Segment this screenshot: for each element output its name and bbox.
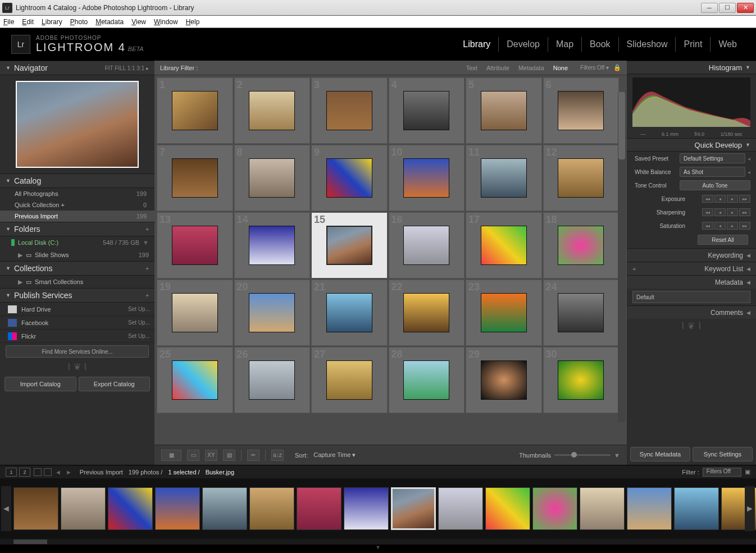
grid-cell[interactable]: 7 bbox=[157, 145, 233, 211]
grid-cell[interactable]: 22 bbox=[389, 280, 465, 346]
folder-slide-shows[interactable]: ▶ ▭ Slide Shows199 bbox=[0, 249, 154, 261]
secondary-display-2[interactable]: 2 bbox=[19, 468, 30, 477]
histogram-graph[interactable] bbox=[632, 77, 750, 127]
plus-icon[interactable]: + bbox=[145, 226, 149, 232]
filmstrip-thumb[interactable] bbox=[485, 487, 530, 530]
filmstrip-thumb[interactable] bbox=[344, 487, 389, 530]
histogram-header[interactable]: Histogram▼ bbox=[627, 61, 756, 74]
sharpening-steppers[interactable]: ◂◂◂▸▸▸ bbox=[702, 208, 750, 216]
scrollbar-handle[interactable] bbox=[618, 92, 625, 159]
grid-cell[interactable]: 18 bbox=[543, 212, 620, 278]
navigator-preview[interactable] bbox=[16, 81, 139, 168]
publish-hard-drive[interactable]: Hard DriveSet Up... bbox=[0, 303, 154, 316]
chevron-left-icon[interactable]: ◂ bbox=[748, 156, 750, 162]
filmstrip-thumb[interactable] bbox=[13, 487, 58, 530]
catalog-previous-import[interactable]: Previous Import199 bbox=[0, 211, 154, 222]
smart-collections[interactable]: ▶ ▭ Smart Collections bbox=[0, 276, 154, 288]
grid-cell[interactable]: 8 bbox=[234, 145, 311, 211]
saturation-steppers[interactable]: ◂◂◂▸▸▸ bbox=[702, 222, 750, 230]
menu-window[interactable]: Window bbox=[154, 18, 178, 26]
grid-cell[interactable]: 19 bbox=[157, 280, 233, 346]
menu-metadata[interactable]: Metadata bbox=[95, 18, 124, 26]
grid-cell[interactable]: 30 bbox=[543, 347, 620, 413]
filter-switch-icon[interactable]: ▣ bbox=[745, 468, 750, 476]
exposure-steppers[interactable]: ◂◂◂▸▸▸ bbox=[702, 195, 750, 203]
filter-attribute[interactable]: Attribute bbox=[486, 65, 509, 71]
window-close-button[interactable]: ✕ bbox=[737, 3, 754, 13]
publish-facebook[interactable]: FacebookSet Up... bbox=[0, 316, 154, 330]
lock-icon[interactable]: 🔒 bbox=[613, 64, 621, 71]
menu-view[interactable]: View bbox=[131, 18, 146, 26]
filmstrip-prev-button[interactable]: ◄ bbox=[1, 486, 11, 531]
auto-tone-button[interactable]: Auto Tone bbox=[680, 180, 750, 190]
find-more-services-button[interactable]: Find More Services Online... bbox=[6, 345, 149, 358]
keywording-header[interactable]: Keywording◀ bbox=[627, 248, 756, 262]
filmstrip-thumb[interactable] bbox=[532, 487, 577, 530]
module-slideshow[interactable]: Slideshow bbox=[619, 37, 676, 52]
survey-view-icon[interactable]: ▤ bbox=[223, 450, 235, 461]
grid-cell[interactable]: 28 bbox=[389, 347, 465, 413]
grid-cell[interactable]: 5 bbox=[466, 77, 542, 144]
chevron-down-icon[interactable]: ▼ bbox=[614, 452, 620, 459]
filter-none[interactable]: None bbox=[553, 65, 568, 71]
filmstrip-scrollbar[interactable] bbox=[0, 539, 756, 545]
white-balance-dropdown[interactable]: As Shot bbox=[680, 167, 745, 177]
folder-disk[interactable]: Local Disk (C:)548 / 735 GB ▼ bbox=[0, 236, 154, 249]
grid-cell[interactable]: 20 bbox=[234, 280, 311, 346]
catalog-all-photographs[interactable]: All Photographs199 bbox=[0, 188, 154, 199]
slider-knob[interactable] bbox=[571, 452, 577, 458]
grid-cell[interactable]: 27 bbox=[311, 347, 388, 413]
plus-icon[interactable]: + bbox=[145, 266, 149, 272]
panel-collapse-bottom[interactable]: ▼ bbox=[0, 545, 756, 550]
metadata-header[interactable]: Metadata◀ bbox=[627, 275, 756, 289]
grid-cell[interactable]: 11 bbox=[466, 145, 542, 211]
menu-help[interactable]: Help bbox=[186, 18, 200, 26]
grid-cell[interactable]: 14 bbox=[234, 212, 311, 278]
plus-icon[interactable]: + bbox=[145, 293, 149, 299]
filmstrip-thumb[interactable] bbox=[249, 487, 294, 530]
filmstrip-next-button[interactable]: ► bbox=[745, 486, 755, 531]
loupe-view-icon[interactable]: ▭ bbox=[187, 450, 199, 461]
catalog-header[interactable]: ▼ Catalog bbox=[0, 173, 154, 188]
navigator-header[interactable]: ▼ Navigator FIT FILL 1:1 3:1 ▸ bbox=[0, 61, 154, 75]
grid-cell[interactable]: 10 bbox=[389, 145, 465, 211]
grid-cell[interactable]: 3 bbox=[311, 77, 388, 144]
plus-icon[interactable]: + bbox=[632, 266, 636, 272]
grid-cell[interactable]: 29 bbox=[466, 347, 542, 413]
grid-view-icon[interactable]: ▦ bbox=[161, 450, 181, 461]
catalog-quick-collection[interactable]: Quick Collection +0 bbox=[0, 199, 154, 211]
grid-cell[interactable]: 6 bbox=[543, 77, 620, 144]
grid-cell[interactable]: 2 bbox=[234, 77, 311, 144]
grid-cell[interactable]: 23 bbox=[466, 280, 542, 346]
grid-cell[interactable]: 16 bbox=[389, 212, 465, 278]
grid-small-icon-2[interactable] bbox=[44, 468, 52, 476]
comments-header[interactable]: Comments◀ bbox=[627, 305, 756, 319]
filters-off-dropdown[interactable]: Filters Off ▾ bbox=[580, 65, 609, 71]
export-catalog-button[interactable]: Export Catalog bbox=[79, 377, 151, 391]
quick-develop-header[interactable]: Quick Develop▼ bbox=[627, 138, 756, 152]
menu-library[interactable]: Library bbox=[42, 18, 62, 26]
keyword-list-header[interactable]: +Keyword List◀ bbox=[627, 262, 756, 275]
grid-small-icon[interactable] bbox=[34, 468, 42, 476]
grid-cell[interactable]: 15 bbox=[311, 212, 388, 278]
filmstrip-thumb[interactable] bbox=[627, 487, 672, 530]
sort-direction-icon[interactable]: a↓z bbox=[271, 450, 284, 461]
menu-file[interactable]: File bbox=[3, 18, 14, 26]
chevron-left-icon[interactable]: ◂ bbox=[748, 169, 750, 175]
window-maximize-button[interactable]: ☐ bbox=[719, 3, 736, 13]
grid-cell[interactable]: 25 bbox=[157, 347, 233, 413]
module-library[interactable]: Library bbox=[455, 37, 499, 52]
sort-dropdown[interactable]: Capture Time ▾ bbox=[313, 451, 356, 459]
folders-header[interactable]: ▼ Folders + bbox=[0, 222, 154, 236]
filmstrip-thumb[interactable] bbox=[155, 487, 200, 530]
grid-cell[interactable]: 12 bbox=[543, 145, 620, 211]
menu-edit[interactable]: Edit bbox=[22, 18, 34, 26]
sync-settings-button[interactable]: Sync Settings bbox=[693, 447, 753, 461]
publish-flickr[interactable]: FlickrSet Up... bbox=[0, 330, 154, 343]
metadata-preset-dropdown[interactable]: Default bbox=[632, 291, 750, 303]
grid-cell[interactable]: 13 bbox=[157, 212, 233, 278]
grid-scrollbar[interactable] bbox=[618, 92, 626, 422]
nav-forward-icon[interactable]: ► bbox=[66, 469, 72, 476]
filter-metadata[interactable]: Metadata bbox=[518, 65, 544, 71]
sync-metadata-button[interactable]: Sync Metadata bbox=[630, 447, 690, 461]
